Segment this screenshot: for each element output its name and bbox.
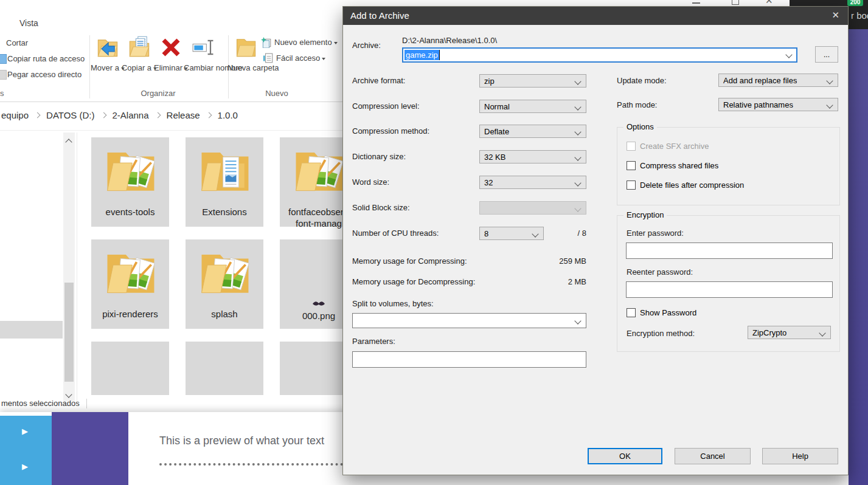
encryption-groupbox: Encryption Enter password: Reenter passw…: [617, 215, 840, 352]
breadcrumb-item[interactable]: Release: [167, 110, 200, 120]
new-folder-button[interactable]: Nueva carpeta: [227, 63, 264, 72]
file-item[interactable]: Extensions: [186, 137, 263, 227]
archive-label: Archive:: [352, 41, 381, 50]
cancel-button[interactable]: Cancel: [675, 448, 751, 464]
ribbon-item-copiar-ruta[interactable]: Copiar ruta de acceso: [7, 54, 85, 63]
add-to-archive-dialog: Add to Archive ✕ Archive: D:\2-Alanna\Re…: [342, 6, 849, 475]
file-name: splash: [186, 308, 263, 320]
file-item[interactable]: events-tools: [91, 137, 169, 227]
breadcrumb-item[interactable]: 1.0.0: [218, 110, 238, 120]
dictionary-size-label: Dictionary size:: [352, 152, 406, 161]
create-sfx-option: Create SFX archive: [627, 142, 709, 151]
encryption-method-value: ZipCrypto: [752, 328, 786, 337]
delete-after-option[interactable]: Delete files after compression: [627, 181, 744, 190]
copy-to-label: Copiar a: [122, 63, 151, 72]
cancel-label: Cancel: [700, 452, 724, 461]
archive-path: D:\2-Alanna\Release\1.0.0\: [402, 36, 497, 45]
copy-to-button[interactable]: Copiar a: [120, 63, 158, 72]
delete-after-checkbox[interactable]: [627, 181, 636, 190]
file-name: events-tools: [91, 206, 169, 218]
tab-vista[interactable]: Vista: [19, 18, 38, 28]
new-item-icon: [261, 37, 272, 48]
compress-shared-option[interactable]: Compress shared files: [627, 161, 718, 170]
update-mode-label: Update mode:: [617, 76, 667, 85]
path-mode-select[interactable]: Relative pathnames: [718, 98, 838, 111]
breadcrumb-item[interactable]: DATOS (D:): [46, 110, 94, 120]
ribbon-item-cortar[interactable]: Cortar: [6, 38, 28, 47]
organize-group-label: Organizar: [119, 89, 198, 98]
dialog-titlebar[interactable]: Add to Archive ✕: [343, 7, 848, 25]
encryption-method-label: Encryption method:: [627, 329, 695, 338]
chevron-down-icon: [574, 154, 581, 160]
background-purple-strip: [849, 29, 868, 485]
compress-shared-checkbox[interactable]: [627, 161, 636, 170]
paste-shortcut-icon: [0, 70, 7, 80]
reenter-password-input[interactable]: [626, 281, 833, 298]
easy-access-button[interactable]: Fácil acceso: [276, 53, 325, 63]
new-group-label: Nuevo: [252, 89, 301, 98]
file-item[interactable]: splash: [186, 239, 263, 329]
rename-button[interactable]: Cambiar nombre: [184, 63, 226, 72]
word-size-select[interactable]: 32: [479, 176, 586, 189]
caret-down-icon: [334, 42, 338, 44]
ribbon-item-pegar-acceso[interactable]: Pegar acceso directo: [7, 70, 82, 79]
show-password-label: Show Password: [640, 308, 696, 317]
ok-label: OK: [619, 452, 631, 461]
dialog-close-icon[interactable]: ✕: [832, 10, 839, 21]
compression-method-label: Compression method:: [352, 126, 429, 136]
breadcrumb-chevron[interactable]: [155, 112, 161, 119]
folder-icon: [290, 140, 348, 198]
chevron-down-icon: [574, 103, 581, 110]
chevron-down-icon: [574, 317, 581, 324]
update-mode-value: Add and replace files: [723, 76, 797, 85]
archive-format-select[interactable]: zip: [479, 74, 586, 88]
delete-after-label: Delete files after compression: [640, 181, 744, 190]
breadcrumb-chevron[interactable]: [100, 112, 106, 119]
copy-path-icon: [0, 54, 7, 64]
breadcrumb-chevron[interactable]: [35, 112, 41, 119]
split-volumes-combobox[interactable]: [352, 313, 586, 328]
window-minimize-button[interactable]: [692, 2, 700, 4]
new-folder-icon: [235, 35, 257, 58]
window-close-button[interactable]: ✕: [765, 0, 773, 6]
show-password-option[interactable]: Show Password: [627, 308, 696, 317]
new-item-button[interactable]: Nuevo elemento: [274, 38, 338, 47]
file-item[interactable]: pixi-renderers: [91, 239, 169, 329]
nav-selected-item[interactable]: [0, 321, 63, 339]
status-text: mentos seleccionados: [1, 399, 80, 408]
preview-text: This is a preview of what your text: [159, 435, 324, 447]
file-item[interactable]: [91, 342, 169, 395]
copy-to-icon: [128, 35, 151, 58]
scrollbar-thumb[interactable]: [64, 283, 74, 382]
file-item[interactable]: [186, 342, 263, 395]
ok-button[interactable]: OK: [588, 448, 662, 464]
compression-level-select[interactable]: Normal: [479, 100, 586, 113]
encryption-method-select[interactable]: ZipCrypto: [748, 326, 831, 339]
encryption-group-title: Encryption: [623, 210, 667, 219]
chevron-down-icon: [785, 51, 792, 58]
compression-method-select[interactable]: Deflate: [479, 125, 586, 138]
update-mode-select[interactable]: Add and replace files: [718, 74, 838, 87]
preview-purple-block: [52, 412, 128, 485]
dictionary-size-value: 32 KB: [484, 153, 505, 162]
window-maximize-button[interactable]: [732, 0, 739, 5]
show-password-checkbox[interactable]: [627, 308, 636, 317]
breadcrumb-item[interactable]: 2-Alanna: [113, 110, 149, 120]
preview-dotted-line: [159, 461, 348, 466]
breadcrumb-divider: [0, 130, 342, 131]
delete-icon: [160, 36, 182, 58]
play-icon[interactable]: ▶: [22, 462, 28, 471]
folder-icon: [102, 140, 159, 198]
browse-button[interactable]: ...: [815, 46, 838, 63]
dictionary-size-select[interactable]: 32 KB: [479, 150, 586, 163]
cpu-threads-value: 8: [484, 229, 488, 238]
help-button[interactable]: Help: [762, 448, 838, 464]
archive-name-combobox[interactable]: game.zip: [402, 47, 797, 63]
parameters-input[interactable]: [352, 351, 586, 368]
compression-method-value: Deflate: [484, 127, 509, 136]
breadcrumb-item[interactable]: equipo: [1, 110, 29, 120]
play-icon[interactable]: ▶: [22, 427, 28, 436]
enter-password-input[interactable]: [626, 243, 833, 259]
breadcrumb-chevron[interactable]: [206, 112, 212, 119]
cpu-threads-select[interactable]: 8: [479, 227, 544, 240]
